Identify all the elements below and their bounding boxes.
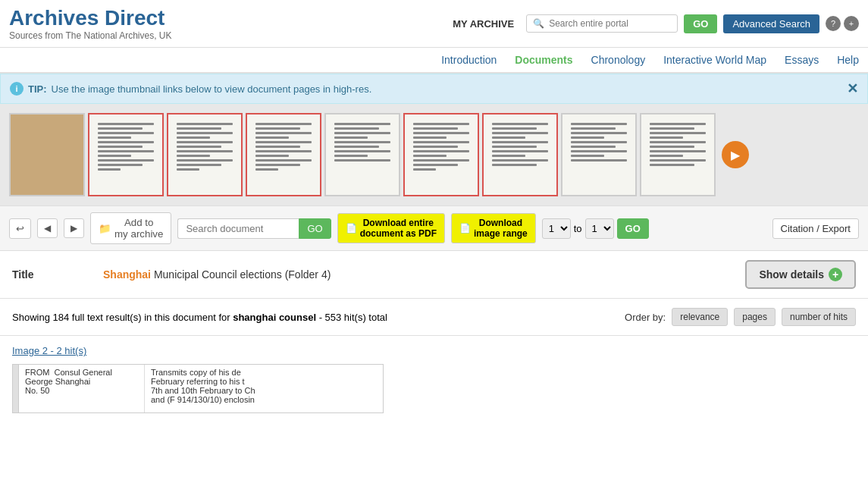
advanced-search-button[interactable]: Advanced Search [723, 14, 819, 33]
go-button[interactable]: GO [684, 14, 717, 33]
image-link[interactable]: Image 2 - 2 hit(s) [12, 345, 86, 356]
thumb-img-5[interactable] [324, 113, 400, 196]
order-pages-button[interactable]: pages [734, 308, 776, 326]
tip-content: i TIP: Use the image thumbnail links bel… [10, 82, 371, 96]
title-label: Title [12, 268, 103, 281]
range-group: 123 to 123 GO [542, 218, 649, 239]
order-hits-button[interactable]: number of hits [782, 308, 856, 326]
add-to-archive-button[interactable]: 📁 Add tomy archive [90, 212, 171, 244]
nav-chronology[interactable]: Chronology [591, 54, 646, 66]
nav-world-map[interactable]: Interactive World Map [663, 54, 766, 66]
pdf-icon: 📄 [346, 223, 357, 234]
download-range-label: Downloadimage range [474, 218, 528, 239]
download-full-label: Download entiredocument as PDF [360, 218, 437, 239]
prev-button[interactable]: ◀ [37, 218, 58, 238]
title-value: Shanghai Municipal Council elections (Fo… [103, 268, 745, 281]
thumbnail-3[interactable] [167, 113, 243, 196]
range-to-label: to [574, 223, 582, 234]
folder-icon: 📁 [99, 223, 111, 234]
results-term: shanghai counsel [233, 312, 316, 323]
my-archive-label: MY ARCHIVE [453, 18, 514, 30]
thumbnail-2[interactable] [88, 113, 164, 196]
preview-line-7: and (F 914/130/10) enclosin [151, 395, 377, 404]
preview-line-4: Transmits copy of his de [151, 368, 377, 377]
thumb-img-2[interactable] [88, 113, 164, 196]
thumb-img-1[interactable] [9, 113, 85, 196]
search-box: 🔍 [526, 14, 678, 33]
image-result: Image 2 - 2 hit(s) FROM Consul General G… [0, 336, 868, 422]
thumbnail-5[interactable] [324, 113, 400, 196]
preview-right: Transmits copy of his de February referr… [145, 365, 383, 412]
nav-essays[interactable]: Essays [785, 54, 819, 66]
thumbnail-8[interactable] [561, 113, 637, 196]
order-by-label: Order by: [625, 312, 666, 323]
tip-label: TIP: [28, 83, 47, 95]
download-full-button[interactable]: 📄 Download entiredocument as PDF [337, 213, 445, 243]
thumb-img-3[interactable] [167, 113, 243, 196]
nav-help[interactable]: Help [837, 54, 859, 66]
thumbnail-4[interactable] [246, 113, 321, 196]
order-relevance-button[interactable]: relevance [672, 308, 728, 326]
download-range-button[interactable]: 📄 Downloadimage range [451, 213, 536, 243]
range-to-select[interactable]: 123 [585, 218, 614, 239]
thumb-img-7[interactable] [482, 113, 558, 196]
title-row: Title Shanghai Municipal Council electio… [0, 251, 868, 299]
title-highlight: Shanghai [103, 268, 151, 281]
results-showing: Showing 184 full text result(s) in this … [12, 312, 233, 323]
search-input[interactable] [549, 18, 671, 29]
help-icon[interactable]: ? [826, 16, 841, 31]
show-details-button[interactable]: Show details + [745, 260, 856, 289]
tip-close-button[interactable]: ✕ [847, 80, 858, 97]
show-details-label: Show details [759, 268, 824, 281]
nav-documents[interactable]: Documents [515, 54, 572, 66]
thumbnails-next-button[interactable]: ▶ [722, 141, 749, 168]
thumbnail-7[interactable] [482, 113, 558, 196]
thumb-img-4[interactable] [246, 113, 321, 196]
thumb-img-6[interactable] [403, 113, 479, 196]
search-icon: 🔍 [533, 18, 544, 29]
results-text: Showing 184 full text result(s) in this … [12, 312, 387, 323]
range-from-select[interactable]: 123 [542, 218, 571, 239]
nav-bar: Introduction Documents Chronology Intera… [0, 48, 868, 74]
header: Archives Direct Sources from The Nationa… [0, 0, 868, 48]
search-document-go-button[interactable]: GO [299, 218, 331, 239]
preview-line-2: George Shanghai [25, 377, 138, 386]
search-document-input[interactable] [177, 218, 299, 239]
thumbnails-container: ▶ [0, 104, 868, 205]
results-suffix: - 553 hit(s) total [316, 312, 387, 323]
plus-circle-icon: + [829, 268, 842, 281]
header-right: MY ARCHIVE 🔍 GO Advanced Search ? + [453, 14, 859, 33]
range-pdf-icon: 📄 [459, 223, 471, 234]
preview-line-5: February referring to his t [151, 377, 377, 386]
thumb-img-9[interactable] [640, 113, 716, 196]
logo-title: Archives Direct [9, 6, 172, 30]
preview-line-3: No. 50 [25, 386, 138, 395]
title-rest: Municipal Council elections (Folder 4) [151, 268, 331, 281]
thumbnail-1[interactable] [9, 113, 85, 196]
tip-icon: i [10, 82, 24, 96]
preview-line-1: FROM Consul General [25, 368, 138, 377]
logo-area: Archives Direct Sources from The Nationa… [9, 6, 172, 41]
thumb-img-8[interactable] [561, 113, 637, 196]
back-button[interactable]: ↩ [9, 218, 31, 239]
tip-text: Use the image thumbnail links below to v… [52, 83, 372, 95]
search-document-group: GO [177, 218, 331, 239]
results-bar: Showing 184 full text result(s) in this … [0, 299, 868, 336]
next-button[interactable]: ▶ [64, 218, 84, 238]
thumbnail-6[interactable] [403, 113, 479, 196]
nav-introduction[interactable]: Introduction [441, 54, 497, 66]
plus-icon[interactable]: + [844, 16, 859, 31]
thumbnail-9[interactable] [640, 113, 716, 196]
preview-line-6: 7th and 10th February to Ch [151, 386, 377, 395]
toolbar: ↩ ◀ ▶ 📁 Add tomy archive GO 📄 Download e… [0, 205, 868, 251]
tip-bar: i TIP: Use the image thumbnail links bel… [0, 74, 868, 104]
citation-export-button[interactable]: Citation / Export [772, 218, 860, 239]
range-go-button[interactable]: GO [617, 218, 649, 239]
help-icons: ? + [826, 16, 859, 31]
preview-sidebar [13, 365, 19, 412]
logo-subtitle: Sources from The National Archives, UK [9, 30, 172, 41]
preview-content: FROM Consul General George Shanghai No. … [19, 365, 383, 412]
doc-preview: FROM Consul General George Shanghai No. … [12, 364, 384, 413]
order-by-group: Order by: relevance pages number of hits [625, 308, 856, 326]
archive-label: Add tomy archive [114, 217, 163, 240]
